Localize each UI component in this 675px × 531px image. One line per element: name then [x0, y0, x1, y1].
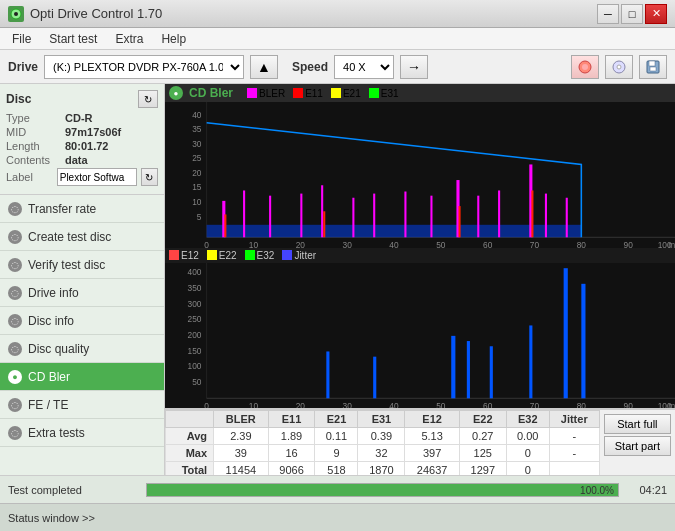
menu-extra[interactable]: Extra	[107, 30, 151, 48]
legend-e21: E21	[331, 88, 361, 99]
row-total-e31: 1870	[358, 462, 405, 475]
save-button[interactable]	[639, 55, 667, 79]
svg-rect-82	[451, 336, 455, 398]
window-title: Opti Drive Control 1.70	[30, 6, 162, 21]
row-avg-jitter: -	[549, 428, 599, 445]
legend-bler: BLER	[247, 88, 285, 99]
col-header-bler: BLER	[214, 411, 269, 428]
sidebar-item-disc-info[interactable]: ◌ Disc info	[0, 307, 164, 335]
disc-title: Disc	[6, 92, 31, 106]
sidebar-item-drive-info[interactable]: ◌ Drive info	[0, 279, 164, 307]
menu-file[interactable]: File	[4, 30, 39, 48]
svg-text:80: 80	[577, 240, 587, 248]
minimize-button[interactable]: ─	[597, 4, 619, 24]
legend-e31-label: E31	[381, 88, 399, 99]
row-avg-e32: 0.00	[506, 428, 549, 445]
mid-value: 97m17s06f	[65, 126, 121, 138]
status-bar: Test completed 100.0% 04:21	[0, 475, 675, 503]
legend-e12-label: E12	[181, 250, 199, 261]
sidebar-item-disc-quality[interactable]: ◌ Disc quality	[0, 335, 164, 363]
main-layout: Disc ↻ Type CD-R MID 97m17s06f Length 80…	[0, 84, 675, 475]
svg-rect-38	[207, 225, 582, 237]
disc-button[interactable]	[605, 55, 633, 79]
top-chart: 40 35 30 25 20 15 10 5 0 10 20 30 40 50 …	[165, 102, 675, 248]
sidebar-item-cd-bler[interactable]: ● CD Bler	[0, 363, 164, 391]
data-table: BLER E11 E21 E31 E12 E22 E32 Jitter Avg	[165, 410, 600, 475]
row-total-jitter	[549, 462, 599, 475]
table-row-avg: Avg 2.39 1.89 0.11 0.39 5.13 0.27 0.00 -	[166, 428, 600, 445]
label-input[interactable]	[57, 168, 137, 186]
menu-start-test[interactable]: Start test	[41, 30, 105, 48]
legend-jitter: Jitter	[282, 250, 316, 261]
svg-point-1	[14, 12, 18, 16]
label-label: Label	[6, 171, 53, 183]
svg-text:70: 70	[530, 240, 540, 248]
svg-text:50: 50	[192, 376, 202, 386]
title-bar: Opti Drive Control 1.70 ─ □ ✕	[0, 0, 675, 28]
sidebar-item-transfer-rate[interactable]: ◌ Transfer rate	[0, 195, 164, 223]
row-avg-bler: 2.39	[214, 428, 269, 445]
svg-rect-40	[243, 190, 245, 237]
chart-title: CD Bler	[189, 86, 233, 100]
top-legend: BLER E11 E21 E31	[247, 88, 399, 99]
sidebar-item-verify-test-disc[interactable]: ◌ Verify test disc	[0, 251, 164, 279]
row-max-e11: 16	[268, 445, 315, 462]
start-buttons: Start full Start part	[600, 410, 675, 475]
col-header-e31: E31	[358, 411, 405, 428]
start-full-button[interactable]: Start full	[604, 414, 671, 434]
sidebar-item-fe-te[interactable]: ◌ FE / TE	[0, 391, 164, 419]
status-window-bar[interactable]: Status window >>	[0, 503, 675, 531]
label-refresh-button[interactable]: ↻	[141, 168, 158, 186]
close-button[interactable]: ✕	[645, 4, 667, 24]
type-label: Type	[6, 112, 61, 124]
svg-text:40: 40	[389, 240, 399, 248]
arrow-button[interactable]: →	[400, 55, 428, 79]
svg-text:90: 90	[624, 400, 634, 408]
disc-type-row: Type CD-R	[6, 112, 158, 124]
svg-rect-50	[498, 190, 500, 237]
row-max-bler: 39	[214, 445, 269, 462]
verify-test-disc-label: Verify test disc	[28, 258, 105, 272]
legend-e21-label: E21	[343, 88, 361, 99]
legend-e32-label: E32	[257, 250, 275, 261]
svg-rect-83	[490, 346, 493, 398]
svg-text:40: 40	[192, 110, 202, 120]
svg-text:30: 30	[343, 240, 353, 248]
svg-text:30: 30	[192, 139, 202, 149]
sidebar-item-create-test-disc[interactable]: ◌ Create test disc	[0, 223, 164, 251]
eject-button[interactable]: ▲	[250, 55, 278, 79]
row-total-e11: 9066	[268, 462, 315, 475]
drive-info-label: Drive info	[28, 286, 79, 300]
sidebar-item-extra-tests[interactable]: ◌ Extra tests	[0, 419, 164, 447]
erase-button[interactable]	[571, 55, 599, 79]
maximize-button[interactable]: □	[621, 4, 643, 24]
row-total-label: Total	[166, 462, 214, 475]
transfer-rate-label: Transfer rate	[28, 202, 96, 216]
svg-rect-88	[581, 284, 585, 398]
mid-label: MID	[6, 126, 61, 138]
row-max-e12: 397	[405, 445, 460, 462]
svg-text:15: 15	[192, 182, 202, 192]
speed-select[interactable]: 40 X Max 8 X 16 X 24 X 32 X 48 X	[334, 55, 394, 79]
row-max-jitter: -	[549, 445, 599, 462]
svg-text:250: 250	[188, 314, 202, 324]
chart-title-bar: ● CD Bler BLER E11 E21 E31	[165, 84, 675, 102]
svg-rect-87	[326, 351, 329, 398]
cd-bler-icon: ●	[8, 370, 22, 384]
disc-label-row: Label ↻	[6, 168, 158, 186]
svg-rect-57	[531, 190, 533, 237]
drive-select[interactable]: (K:) PLEXTOR DVDR PX-760A 1.07	[44, 55, 244, 79]
svg-text:10: 10	[249, 240, 259, 248]
charts-area: 40 35 30 25 20 15 10 5 0 10 20 30 40 50 …	[165, 102, 675, 408]
length-label: Length	[6, 140, 61, 152]
svg-text:20: 20	[192, 168, 202, 178]
svg-text:70: 70	[530, 400, 540, 408]
disc-refresh-button[interactable]: ↻	[138, 90, 158, 108]
svg-rect-81	[564, 268, 568, 398]
start-part-button[interactable]: Start part	[604, 436, 671, 456]
svg-text:min: min	[668, 400, 675, 408]
menu-help[interactable]: Help	[153, 30, 194, 48]
svg-rect-47	[430, 196, 432, 238]
fe-te-icon: ◌	[8, 398, 22, 412]
nav-list: ◌ Transfer rate ◌ Create test disc ◌ Ver…	[0, 195, 164, 475]
